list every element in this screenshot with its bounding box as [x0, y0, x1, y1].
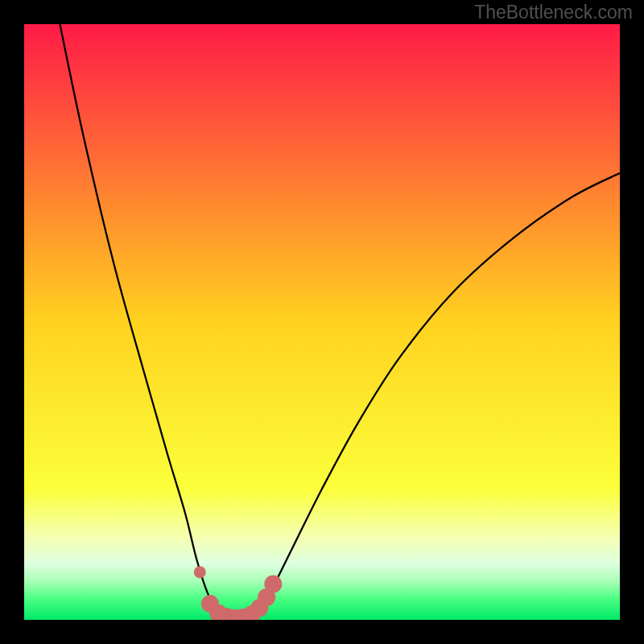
highlight-marker — [194, 566, 206, 578]
highlight-marker — [264, 576, 282, 593]
chart-frame: TheBottleneck.com — [0, 0, 644, 644]
watermark-text: TheBottleneck.com — [474, 2, 633, 23]
plot-background — [24, 24, 620, 620]
bottleneck-chart — [0, 0, 644, 644]
